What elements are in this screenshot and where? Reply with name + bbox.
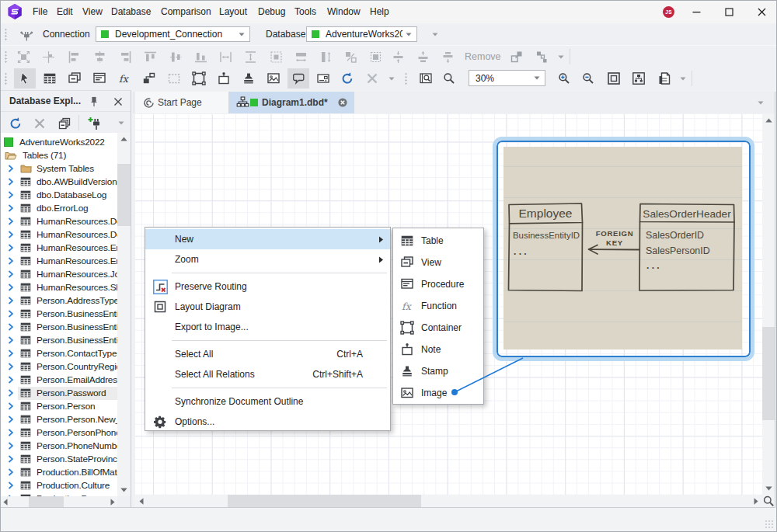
menu-item-export-to-image[interactable]: Export to Image... [145, 317, 390, 337]
refresh-button[interactable] [5, 114, 26, 133]
print-preview-button[interactable] [653, 68, 675, 89]
scroll-left-icon[interactable] [139, 498, 144, 505]
expand-up-button[interactable] [412, 47, 434, 66]
canvas-horizontal-scrollbar[interactable] [135, 495, 762, 507]
collapse-button[interactable] [387, 47, 409, 66]
enlarge-button[interactable] [506, 47, 528, 66]
tree-item[interactable]: Production.BillOfMaterials [1, 466, 131, 479]
document-outline-button[interactable] [628, 68, 650, 89]
align-right-button[interactable] [114, 47, 136, 66]
tree-item[interactable]: Person.CountryRegion [1, 360, 131, 374]
submenu-item-table[interactable]: Table [393, 230, 483, 252]
tree-item[interactable]: Person.StateProvince [1, 453, 131, 466]
expand-chevron-icon[interactable] [8, 416, 14, 423]
new-view-tool-button[interactable] [64, 68, 85, 89]
tab-close-button[interactable] [338, 98, 347, 107]
submenu-item-container[interactable]: Container [393, 317, 483, 339]
toolbar-overflow-caret-icon[interactable] [432, 33, 438, 37]
explorer-header[interactable]: Database Expl... [0, 91, 131, 111]
tree-item[interactable]: Person.ContactType [1, 347, 131, 360]
menu-item-zoom[interactable]: Zoom [145, 249, 390, 269]
marquee-tool-button[interactable] [163, 68, 185, 89]
inserted-image[interactable]: Employee BusinessEntityID . . . SalesOrd… [503, 147, 742, 349]
tree-item[interactable]: Person.PhoneNumberType [1, 440, 131, 453]
expand-chevron-icon[interactable] [8, 336, 14, 344]
scroll-down-icon[interactable] [120, 488, 127, 492]
toolbar-grip[interactable] [5, 72, 7, 85]
fit-to-page-button[interactable] [603, 68, 625, 89]
menu-item-select-all[interactable]: Select AllCtrl+A [145, 344, 390, 364]
zoom-level-select[interactable]: 30% [469, 70, 545, 86]
new-table-tool-button[interactable] [39, 68, 61, 89]
menu-item-preserve-routing[interactable]: Preserve Routing [145, 276, 390, 297]
delete-dropdown-caret-icon[interactable] [388, 77, 395, 81]
remove-dropdown-caret-icon[interactable] [558, 55, 564, 59]
tree-vertical-scrollbar[interactable] [117, 133, 131, 496]
tree-item[interactable]: dbo.DatabaseLog [1, 189, 131, 202]
explorer-overflow-caret-icon[interactable] [118, 121, 124, 125]
expand-chevron-icon[interactable] [8, 297, 14, 304]
menu-item-select-all-relations[interactable]: Select All RelationsCtrl+Shift+A [145, 364, 390, 384]
canvas-scrollbar-thumb[interactable] [228, 495, 421, 507]
menu-item-layout-diagram[interactable]: Layout Diagram [145, 297, 390, 317]
submenu-item-view[interactable]: View [393, 252, 483, 273]
zoom-corner-button[interactable] [762, 495, 775, 507]
align-center-button[interactable] [89, 47, 110, 66]
zoom-out-button[interactable] [577, 68, 599, 89]
expand-chevron-icon[interactable] [8, 165, 14, 172]
expand-chevron-icon[interactable] [8, 376, 14, 384]
maximize-button[interactable] [716, 0, 742, 23]
expand-chevron-icon[interactable] [8, 323, 14, 331]
new-callout-tool-button[interactable] [287, 68, 309, 89]
tree-item[interactable]: Person.Password [1, 387, 131, 400]
magnifier-tool-button[interactable] [438, 68, 460, 89]
toolbar-grip[interactable] [5, 28, 7, 40]
space-equally-horizontally-button[interactable] [214, 47, 236, 66]
align-left-button[interactable] [63, 47, 85, 66]
expand-chevron-icon[interactable] [8, 402, 14, 410]
zoom-dropdown-caret-icon[interactable] [680, 77, 686, 81]
new-connection-button[interactable] [85, 114, 105, 133]
menu-comparison[interactable]: Comparison [159, 0, 213, 23]
connection-select[interactable]: Development_Connection [96, 26, 250, 42]
scroll-right-icon[interactable] [754, 498, 758, 505]
zoom-in-button[interactable] [553, 68, 575, 89]
scroll-up-icon[interactable] [765, 118, 772, 123]
tree-item[interactable]: Person.PersonPhone [1, 426, 131, 440]
tree-item[interactable]: dbo.ErrorLog [1, 202, 131, 215]
tree-item[interactable]: Person.BusinessEntity [1, 308, 131, 321]
refresh-button-button[interactable] [336, 68, 358, 89]
tab-overflow-caret-icon[interactable] [758, 101, 764, 105]
submenu-item-function[interactable]: fxFunction [393, 295, 483, 317]
tree-item[interactable]: System Tables [1, 162, 131, 176]
menu-layout[interactable]: Layout [218, 0, 249, 23]
expand-chevron-icon[interactable] [8, 442, 14, 450]
menu-item-new[interactable]: New [145, 229, 390, 249]
menu-view[interactable]: View [81, 0, 104, 23]
pin-button[interactable] [88, 96, 100, 108]
panel-close-button[interactable] [112, 96, 124, 108]
tree-item[interactable]: Person.BusinessEntityAddress [1, 321, 131, 334]
minimize-button[interactable] [683, 0, 709, 23]
resize-button[interactable] [12, 47, 34, 66]
submenu-item-procedure[interactable]: Procedure [393, 273, 483, 295]
tree-scrollbar-thumb[interactable] [117, 164, 131, 226]
size-to-grid-button[interactable] [364, 47, 386, 66]
submenu-item-stamp[interactable]: Stamp [393, 360, 483, 382]
submenu-item-image[interactable]: Image [393, 382, 483, 404]
scroll-left-icon[interactable] [3, 499, 8, 506]
scroll-right-icon[interactable] [110, 499, 115, 506]
menu-database[interactable]: Database [110, 0, 152, 23]
expand-chevron-icon[interactable] [8, 191, 14, 199]
menu-item-synchronize-document-outline[interactable]: Synchronize Document Outline [145, 391, 390, 412]
expand-down-button[interactable] [437, 47, 458, 66]
expand-chevron-icon[interactable] [8, 270, 14, 278]
align-top-button[interactable] [139, 47, 161, 66]
menu-debug[interactable]: Debug [256, 0, 287, 23]
database-select[interactable]: AdventureWorks20... [306, 26, 417, 42]
tree-item[interactable]: dbo.AWBuildVersion [1, 176, 131, 189]
canvas-vertical-scrollbar[interactable] [762, 114, 775, 495]
expand-chevron-icon[interactable] [8, 349, 14, 357]
new-container-tool-button[interactable] [188, 68, 210, 89]
tab-diagram1[interactable]: Diagram1.dbd* [229, 92, 354, 113]
